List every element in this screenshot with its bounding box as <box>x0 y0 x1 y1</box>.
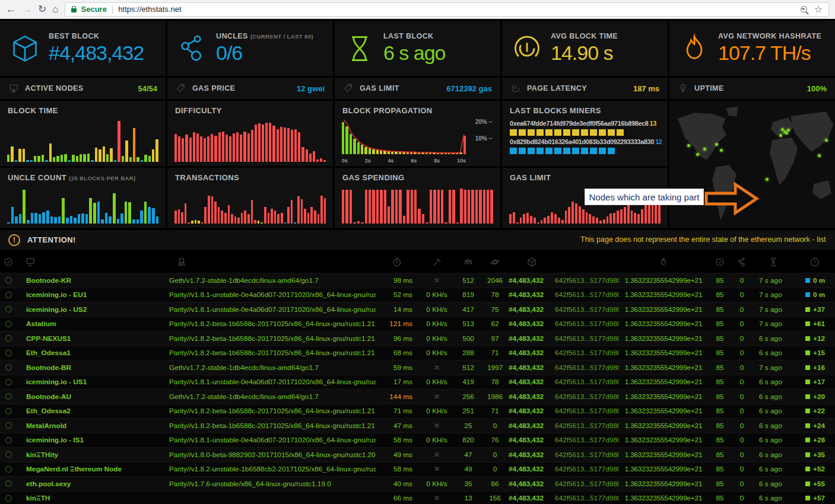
node-block-hash[interactable]: 642f5613...5177d980 <box>555 480 619 488</box>
miner-address[interactable]: 0x829bd824b016326a401d083b33d092293333a8… <box>510 138 660 145</box>
node-block-hash[interactable]: 642f5613...5177d980 <box>555 422 619 430</box>
node-pin-icon[interactable] <box>5 321 12 327</box>
miner-address[interactable]: 0xea674fdde714fd979de3edf0f56aa9716b898e… <box>510 120 660 127</box>
gauge-icon <box>512 33 542 64</box>
node-block-hash[interactable]: 642f5613...5177d980 <box>555 349 619 357</box>
table-row[interactable]: CPP-NEXUS1Parity//v1.8.2-beta-1b6588c-20… <box>0 331 835 346</box>
table-row[interactable]: AstatiumParity//v1.8.2-beta-1b6588c-2017… <box>0 317 835 331</box>
node-uncles: 0 <box>732 320 752 328</box>
last-block-value: 6 s ago <box>383 42 446 65</box>
node-block-hash[interactable]: 642f5613...5177d980 <box>555 320 619 328</box>
pin-check-icon[interactable] <box>3 257 14 267</box>
table-row[interactable]: icemining.io - US2Parity//v1.8.1-unstabl… <box>0 302 835 317</box>
forward-button[interactable]: → <box>22 4 32 14</box>
node-uncles: 0 <box>732 334 752 343</box>
reload-button[interactable]: ↻ <box>38 4 46 14</box>
node-pin-icon[interactable] <box>5 306 12 312</box>
chart-bar <box>310 207 313 224</box>
table-row[interactable]: kinΞTHityParity//v1.8.0-beta-9882902-201… <box>0 447 835 462</box>
chart-bar <box>281 213 283 224</box>
latency-clock-icon <box>392 257 402 267</box>
node-pin-icon[interactable] <box>5 422 12 429</box>
node-peers: 288 <box>455 349 481 357</box>
node-uncles: 0 <box>732 451 752 459</box>
node-mining: 0 KH/s <box>418 378 455 386</box>
node-name: icemining.io - US1 <box>17 378 168 386</box>
node-propagation: 0 m <box>813 291 825 299</box>
node-pin-icon[interactable] <box>5 379 12 385</box>
chart-bar <box>380 190 382 224</box>
propagation-status-square <box>805 350 810 355</box>
node-uncles: 0 <box>732 305 752 314</box>
node-pin-icon[interactable] <box>5 451 12 458</box>
mined-block-square <box>519 129 526 136</box>
node-pin-icon[interactable] <box>5 335 12 342</box>
node-block-hash[interactable]: 642f5613...5177d980 <box>555 305 619 314</box>
chart-bar <box>26 160 28 162</box>
node-block-hash[interactable]: 642f5613...5177d980 <box>555 465 619 473</box>
node-pin-icon[interactable] <box>5 364 12 371</box>
table-row[interactable]: Bootnode-AUGeth/v1.7.2-stable-1db4ecdc/l… <box>0 389 835 404</box>
chart-bar <box>247 133 250 162</box>
node-block-hash[interactable]: 642f5613...5177d980 <box>555 494 619 502</box>
bookmark-star-icon[interactable]: ☆ <box>814 4 823 15</box>
node-pin-icon[interactable] <box>5 393 12 400</box>
miner-block-squares <box>510 148 660 154</box>
node-block-hash[interactable]: 642f5613...5177d980 <box>555 451 619 459</box>
table-row[interactable]: MegaNerd.nl Ξthereum NodeParity//v1.8.2-… <box>0 462 835 477</box>
table-row[interactable]: eth.pool.sexyParity//v1.7.6-unstable/x86… <box>0 476 835 491</box>
node-block-hash[interactable]: 642f5613...5177d980 <box>555 393 619 401</box>
table-row[interactable]: kinΞTH66 ms✖13156#4,483,432642f5613...51… <box>0 491 835 504</box>
node-client: Parity//v1.8.1-unstable-0e4a06d07-201710… <box>168 305 376 314</box>
node-block-hash[interactable]: 642f5613...5177d980 <box>555 291 619 299</box>
node-block-hash[interactable]: 642f5613...5177d980 <box>555 276 619 285</box>
chart-bar <box>624 207 626 224</box>
chart-bar <box>342 122 344 154</box>
node-block-hash[interactable]: 642f5613...5177d980 <box>555 334 619 343</box>
chart-bar <box>380 151 382 154</box>
table-row[interactable]: icemining.io - EU1Parity//v1.8.1-unstabl… <box>0 288 835 302</box>
node-pin-icon[interactable] <box>5 350 12 356</box>
chart-bar <box>342 190 344 224</box>
table-row[interactable]: icemining.io - IS1Parity//v1.8.1-unstabl… <box>0 433 835 448</box>
latency-clock-icon <box>510 83 521 94</box>
node-pin-icon[interactable] <box>5 292 12 298</box>
address-bar[interactable]: Secure | https://ethstats.net ☆ <box>65 2 829 17</box>
node-name: MetalArnold <box>17 422 168 430</box>
table-row[interactable]: Eth_Odessa1Parity//v1.8.2-beta-1b6588c-2… <box>0 346 835 361</box>
chart-bar <box>221 210 223 224</box>
table-row[interactable]: Bootnode-KRGeth/v1.7.2-stable-1db4ecdc/l… <box>0 273 835 288</box>
node-pin-icon[interactable] <box>5 495 12 502</box>
chart-bar <box>391 190 393 224</box>
chart-bar <box>156 216 159 224</box>
table-row[interactable]: icemining.io - US1Parity//v1.8.1-unstabl… <box>0 375 835 390</box>
back-button[interactable]: ← <box>6 4 16 14</box>
node-pin-icon[interactable] <box>5 277 12 283</box>
table-row[interactable]: Bootnode-BRGeth/v1.7.2-stable-1db4ecdc/l… <box>0 360 835 375</box>
node-uncles: 0 <box>732 422 752 430</box>
node-pin-icon[interactable] <box>5 437 12 444</box>
node-uncles: 0 <box>732 349 752 357</box>
home-button[interactable]: ⌂ <box>52 4 58 14</box>
mined-block-square <box>608 129 615 136</box>
propagation-status-square <box>805 409 810 413</box>
mined-block-square <box>590 129 597 136</box>
zoom-out-icon[interactable] <box>801 6 807 12</box>
node-block-hash[interactable]: 642f5613...5177d980 <box>555 436 619 444</box>
table-row[interactable]: Eth_Odessa2Parity//v1.8.2-beta-1b6588c-2… <box>0 404 835 419</box>
node-block-hash[interactable]: 642f5613...5177d980 <box>555 407 619 415</box>
node-pin-icon[interactable] <box>5 408 12 414</box>
omnibox-divider: | <box>112 5 113 14</box>
mined-block-square <box>528 129 535 136</box>
table-row[interactable]: MetalArnoldParity//v1.8.2-beta-1b6588c-2… <box>0 418 835 433</box>
node-block-hash[interactable]: 642f5613...5177d980 <box>555 378 619 386</box>
chart-bar <box>575 203 577 224</box>
node-mining: ✖ <box>418 465 455 473</box>
node-pin-icon[interactable] <box>5 466 12 473</box>
chart-bar <box>287 128 290 162</box>
node-block-hash[interactable]: 642f5613...5177d980 <box>555 363 619 372</box>
chart-bar <box>479 190 481 224</box>
node-last-block-time: 7 s ago <box>752 291 795 299</box>
node-latency: 144 ms <box>376 393 418 401</box>
node-pin-icon[interactable] <box>5 480 12 487</box>
